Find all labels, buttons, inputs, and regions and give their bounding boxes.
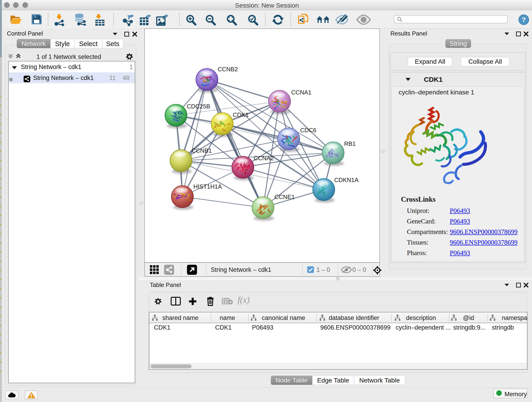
svg-text:CDK1: CDK1 [233,111,249,118]
svg-text:?: ? [522,16,526,23]
svg-text:RB1: RB1 [344,140,356,147]
svg-text:CCNB2: CCNB2 [218,66,238,73]
svg-text:CCNB1: CCNB1 [191,147,212,154]
svg-text:CDKN1A: CDKN1A [334,177,359,183]
svg-text:CCNE1: CCNE1 [274,193,295,200]
svg-text:CDC6: CDC6 [300,127,317,134]
svg-text:CCNA2: CCNA2 [254,155,274,162]
svg-text:CDC25B: CDC25B [187,103,210,110]
svg-text:CCNA1: CCNA1 [291,89,311,96]
svg-text:HIST1H1A: HIST1H1A [193,183,222,190]
